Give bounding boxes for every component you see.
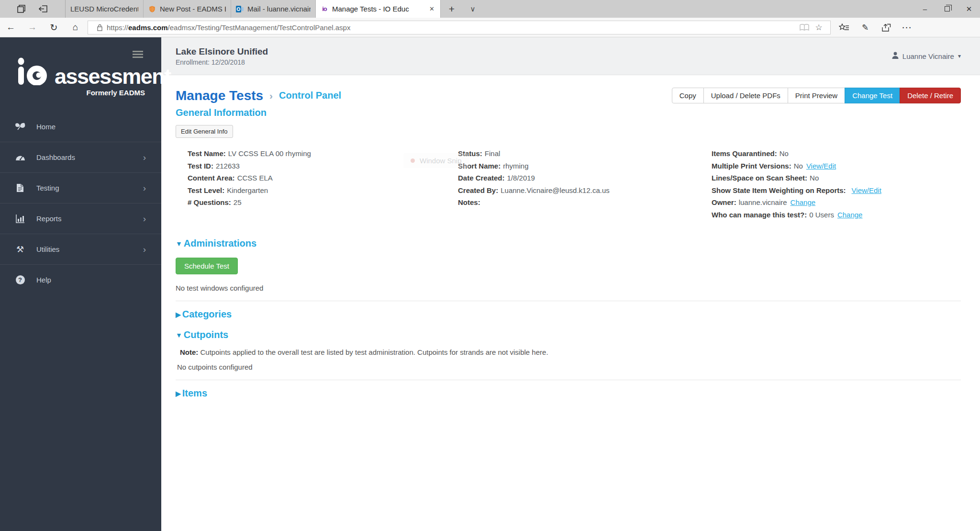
refresh-icon[interactable]: ↻ [43,22,65,33]
browser-tab-manage-tests-active[interactable]: io Manage Tests - IO Educ ✕ [316,0,441,18]
triangle-collapsed-icon: ▶ [176,390,181,397]
home-icon[interactable]: ⌂ [65,22,86,33]
administrations-section-header[interactable]: ▼ Administrations [176,238,961,249]
window-controls: – ✕ [914,0,980,18]
sidebar-item-label: Help [36,276,51,284]
browser-tab-leusd[interactable]: LEUSD MicroCredentials [66,0,144,18]
info-row-test-id: Test ID:212633 [188,160,458,172]
page-content: Manage Tests › Control Panel Copy Upload… [161,75,980,399]
info-row-state-item-weighting: Show State Item Weighting on Reports:Vie… [712,184,961,197]
tab-preview-icon[interactable] [17,5,25,13]
browser-tab-mail[interactable]: Mail - luanne.vicnaire@leus [231,0,316,18]
print-preview-button[interactable]: Print Preview [788,88,845,103]
url-field[interactable]: https://eadms.com/eadmsx/Testing/TestMan… [88,21,831,34]
upload-delete-pdfs-button[interactable]: Upload / Delete PDFs [703,88,788,103]
section-divider [176,301,961,301]
browser-tab-bar: LEUSD MicroCredentials New Post - EADMS … [0,0,980,18]
browser-tab-newpost[interactable]: New Post - EADMS Basics - [144,0,231,18]
sidebar-item-label: Dashboards [36,153,75,161]
question-icon: ? [13,275,27,284]
change-link[interactable]: Change [837,211,863,219]
outlook-favicon-icon [236,5,244,13]
sidebar-nav: Home Dashboards › Testing › [0,111,161,295]
breadcrumb-control-panel: Control Panel [279,90,341,101]
breadcrumb-separator-icon: › [269,90,273,102]
sidebar-item-dashboards[interactable]: Dashboards › [0,142,161,172]
tab-list-chevron-icon[interactable]: ∨ [463,0,483,18]
tab-close-icon[interactable]: ✕ [428,5,435,12]
info-row-short-name: Short Name:rhyming [458,160,712,172]
view-edit-link[interactable]: View/Edit [852,186,881,194]
info-row-created-by: Created By:Luanne.Vicnaire@leusd.k12.ca.… [458,184,712,197]
logo-tagline: Formerly EADMS [17,89,145,97]
sidebar-item-home[interactable]: Home [0,111,161,142]
info-row-num-questions: # Questions:25 [188,196,458,209]
info-row-test-name: Test Name:LV CCSS ELA 00 rhyming [188,147,458,160]
info-row-who-can-manage: Who can manage this test?:0 UsersChange [712,209,961,221]
favorite-star-icon[interactable]: ☆ [812,23,826,33]
info-row-items-quarantined: Items Quarantined:No [712,147,961,160]
cutpoints-note: Note: Cutpoints applied to the overall t… [176,348,961,356]
reading-view-icon[interactable] [797,24,812,31]
district-header-band: Lake Elsinore Unified Enrollment: 12/20/… [161,37,980,75]
user-name: Luanne Vicnaire [902,52,954,60]
minimize-button[interactable]: – [914,0,936,18]
sidebar-item-label: Home [36,123,56,131]
tab-title: LEUSD MicroCredentials [70,5,138,13]
document-icon [13,183,27,192]
breadcrumb: Manage Tests › Control Panel Copy Upload… [176,88,961,103]
chevron-right-icon: › [143,152,146,163]
user-menu[interactable]: Luanne Vicnaire ▾ [892,52,961,60]
copy-button[interactable]: Copy [672,88,704,103]
set-tabs-aside-icon[interactable] [39,5,48,13]
gauge-icon [13,153,27,162]
breadcrumb-manage-tests[interactable]: Manage Tests [176,88,263,103]
enrollment-date: Enrollment: 12/20/2018 [176,58,268,66]
browser-address-bar: ← → ↻ ⌂ https://eadms.com/eadmsx/Testing… [0,18,980,37]
share-icon[interactable] [876,23,897,32]
close-button[interactable]: ✕ [958,0,980,18]
items-section-header[interactable]: ▶ Items [176,388,961,399]
tab-title: Manage Tests - IO Educ [332,5,424,13]
web-notes-pen-icon[interactable]: ✎ [855,23,876,33]
categories-section-header[interactable]: ▶ Categories [176,309,961,320]
sidebar-item-label: Testing [36,184,59,192]
change-test-button[interactable]: Change Test [845,88,900,103]
back-icon[interactable]: ← [0,22,22,33]
edit-general-info-button[interactable]: Edit General Info [176,125,233,138]
sidebar-item-label: Utilities [36,245,59,253]
schedule-test-button[interactable]: Schedule Test [176,258,238,274]
info-row-notes: Notes: [458,196,712,209]
change-link[interactable]: Change [791,198,816,206]
lock-icon [92,24,107,31]
general-information-heading: General Information [176,107,961,118]
general-info-grid: Test Name:LV CCSS ELA 00 rhyming Test ID… [176,147,961,221]
info-row-multiple-print-versions: Multiple Print Versions:NoView/Edit [712,160,961,172]
info-column-1: Test Name:LV CCSS ELA 00 rhyming Test ID… [188,147,458,221]
forward-icon[interactable]: → [22,22,43,33]
restore-button[interactable] [936,0,958,18]
sidebar-item-utilities[interactable]: ⚒ Utilities › [0,234,161,264]
new-tab-button[interactable]: + [441,0,463,18]
triangle-collapsed-icon: ▶ [176,311,181,318]
tab-title: New Post - EADMS Basics - [160,5,226,13]
hamburger-menu-icon[interactable] [133,51,143,59]
cutpoints-section-header[interactable]: ▼ Cutpoints [176,329,961,340]
io-assessment-logo: assessment Formerly EADMS [0,37,161,97]
tools-icon: ⚒ [13,244,27,255]
chevron-right-icon: › [143,214,146,224]
bar-chart-icon [13,215,27,223]
settings-more-icon[interactable]: ··· [897,23,918,32]
sidebar-item-reports[interactable]: Reports › [0,203,161,234]
info-row-content-area: Content Area:CCSS ELA [188,172,458,184]
info-row-status: Status:Final [458,147,712,160]
view-edit-link[interactable]: View/Edit [806,162,836,170]
sidebar-item-help[interactable]: ? Help [0,264,161,295]
io-logo-mark-icon [17,57,48,87]
delete-retire-button[interactable]: Delete / Retire [900,88,961,103]
hub-favorites-icon[interactable] [834,23,855,32]
triangle-expanded-icon: ▼ [176,331,182,339]
sidebar-item-testing[interactable]: Testing › [0,172,161,203]
io-favicon-icon: io [321,5,328,13]
main-area: Lake Elsinore Unified Enrollment: 12/20/… [161,37,980,531]
